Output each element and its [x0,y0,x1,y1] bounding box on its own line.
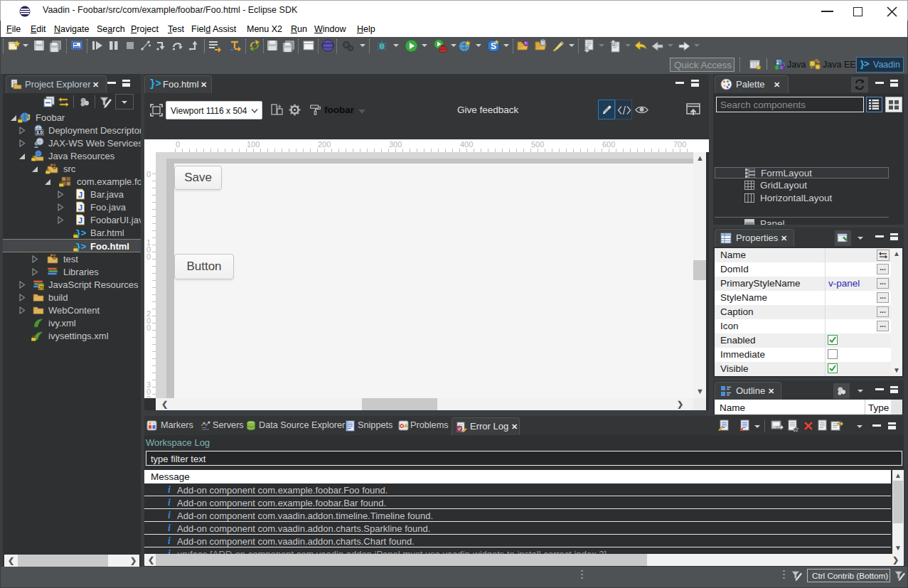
svg-text:J: J [26,114,31,122]
svg-text:JS: JS [38,285,44,290]
svg-text:3.0: 3.0 [36,130,43,135]
svg-text:S: S [491,41,496,51]
